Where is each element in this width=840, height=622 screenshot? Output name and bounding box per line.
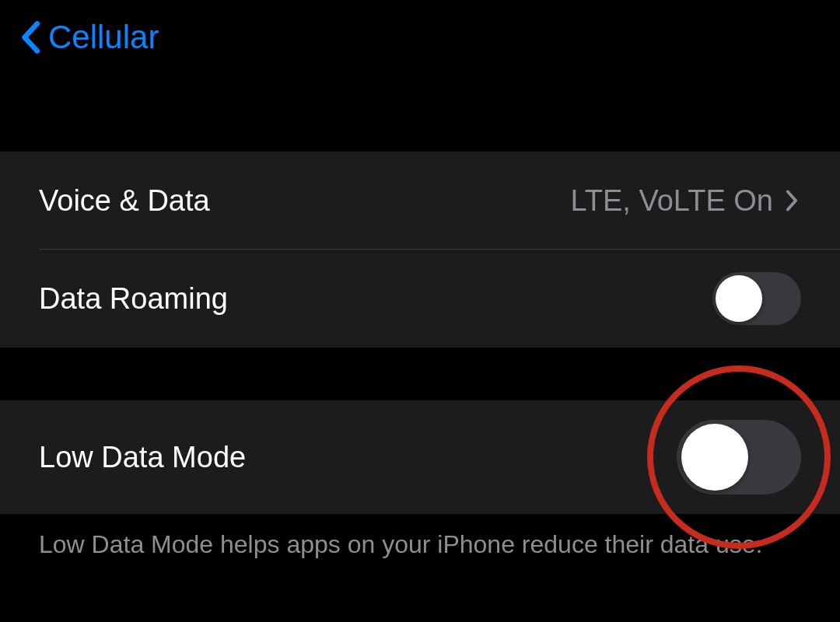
- back-button[interactable]: Cellular: [19, 19, 159, 56]
- low-data-mode-label: Low Data Mode: [39, 441, 246, 474]
- low-data-mode-row: Low Data Mode: [0, 400, 840, 514]
- low-data-mode-footer: Low Data Mode helps apps on your iPhone …: [0, 514, 840, 575]
- data-roaming-label: Data Roaming: [39, 282, 228, 316]
- section-spacer: [0, 348, 840, 400]
- chevron-right-icon: [786, 188, 801, 213]
- chevron-left-icon: [19, 19, 42, 56]
- voice-data-label: Voice & Data: [39, 184, 210, 218]
- section-spacer: [0, 74, 840, 152]
- data-roaming-toggle[interactable]: [712, 272, 801, 325]
- row-value-area: LTE, VoLTE On: [571, 184, 802, 218]
- data-roaming-row: Data Roaming: [0, 250, 840, 348]
- low-data-mode-toggle[interactable]: [677, 420, 801, 494]
- toggle-knob: [716, 275, 762, 322]
- voice-data-value: LTE, VoLTE On: [571, 184, 774, 218]
- nav-bar: Cellular: [0, 0, 840, 74]
- settings-group-1: Voice & Data LTE, VoLTE On Data Roaming: [0, 152, 840, 348]
- settings-group-2: Low Data Mode: [0, 400, 840, 514]
- voice-data-row[interactable]: Voice & Data LTE, VoLTE On: [0, 152, 840, 250]
- back-label: Cellular: [48, 19, 159, 56]
- toggle-knob: [681, 424, 748, 491]
